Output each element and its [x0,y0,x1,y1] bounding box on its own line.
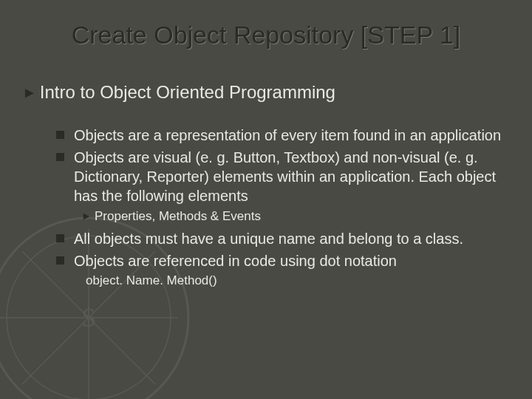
svg-text:$: $ [82,303,95,332]
sub-bullet-item: ► Properties, Methods & Events [81,208,517,225]
square-bullet-icon [56,153,64,161]
bullet-text: Objects are referenced in code using dot… [74,253,397,269]
bullet-text: Objects are visual (e. g. Button, Textbo… [74,149,496,204]
square-bullet-icon [56,131,64,139]
bullet-text: Objects are a representation of every it… [74,127,501,143]
slide: $ Create Object Repository [STEP 1] ►Int… [0,0,532,399]
slide-title: Create Object Repository [STEP 1] [0,21,532,50]
sub-bullet-text: Properties, Methods & Events [95,209,261,223]
heading-line: ►Intro to Object Oriented Programming [22,81,517,103]
slide-body: ►Intro to Object Oriented Programming Ob… [22,81,517,288]
square-bullet-icon [56,256,64,265]
square-bullet-icon [56,234,64,242]
bullet-text: All objects must have a unique name and … [74,231,463,247]
bullet-list: Objects are a representation of every it… [56,126,517,288]
triangle-bullet-icon: ► [22,83,37,102]
bullet-item: Objects are referenced in code using dot… [56,251,517,270]
bullet-item: Objects are visual (e. g. Button, Textbo… [56,148,517,205]
bullet-item: Objects are a representation of every it… [56,126,517,145]
heading-text: Intro to Object Oriented Programming [40,82,335,102]
code-example: object. Name. Method() [86,273,517,288]
triangle-bullet-icon: ► [81,209,92,222]
bullet-item: All objects must have a unique name and … [56,229,517,248]
